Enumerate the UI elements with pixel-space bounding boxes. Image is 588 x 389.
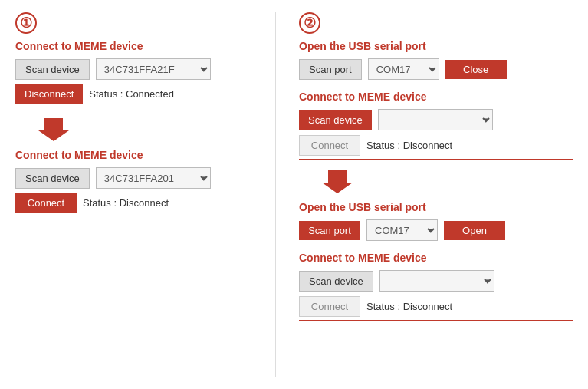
left-scan-device-btn-1[interactable]: Scan device — [15, 59, 90, 80]
left-block1-title: Connect to MEME device — [15, 40, 268, 52]
right-block1-title: Open the USB serial port — [299, 40, 573, 52]
right-port-select-2[interactable]: COM17 — [366, 219, 438, 241]
right-status-disconnect-2: Status : Disconnect — [366, 301, 452, 312]
svg-marker-1 — [322, 170, 353, 193]
left-disconnect-btn[interactable]: Disconnect — [15, 84, 83, 104]
right-block4-title: Connect to MEME device — [299, 252, 573, 264]
section-number-1: ① — [15, 12, 37, 34]
right-port-select-1[interactable]: COM17 — [368, 58, 439, 80]
left-device-select-1[interactable]: 34C731FFA21F — [96, 58, 211, 80]
right-status-disconnect-1: Status : Disconnect — [366, 140, 452, 151]
arrow-down-left — [38, 118, 69, 141]
right-device-select-1[interactable] — [378, 109, 493, 130]
left-scan-device-btn-2[interactable]: Scan device — [15, 168, 90, 189]
left-status-connected: Status : Connected — [89, 88, 174, 100]
section-number-2: ② — [299, 12, 320, 34]
left-block2-title: Connect to MEME device — [15, 149, 268, 161]
right-block2-title: Connect to MEME device — [299, 91, 573, 103]
left-device-select-2[interactable]: 34C731FFA201 — [96, 167, 211, 189]
left-connect-btn[interactable]: Connect — [15, 193, 77, 213]
right-connect-btn-1[interactable]: Connect — [299, 135, 360, 156]
svg-marker-0 — [38, 118, 69, 141]
right-scan-port-btn-1[interactable]: Scan port — [299, 59, 362, 80]
right-open-btn[interactable]: Open — [444, 221, 505, 240]
right-scan-port-btn-2[interactable]: Scan port — [299, 221, 360, 240]
right-scan-device-btn-1[interactable]: Scan device — [299, 110, 372, 130]
right-close-btn[interactable]: Close — [445, 60, 507, 79]
right-scan-device-btn-2[interactable]: Scan device — [299, 271, 373, 292]
left-status-disconnect: Status : Disconnect — [83, 197, 169, 209]
right-device-select-2[interactable] — [379, 270, 494, 292]
right-block3-title: Open the USB serial port — [299, 201, 573, 213]
right-connect-btn-2[interactable]: Connect — [299, 296, 360, 317]
arrow-down-right — [322, 170, 353, 193]
